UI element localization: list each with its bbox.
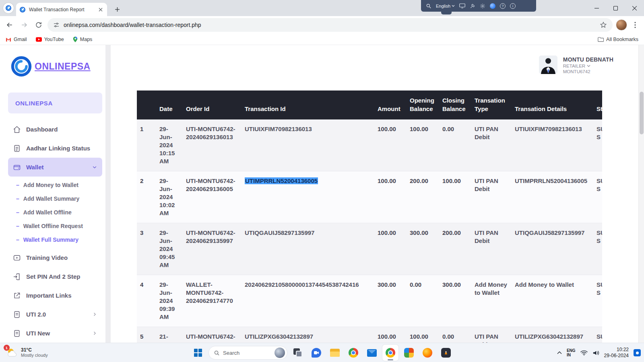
floating-widget-icon[interactable] [3, 3, 14, 13]
header-transaction-id: Transaction Id [242, 90, 374, 119]
cell-closing-balance: 300.00 [439, 275, 471, 327]
firefox-icon[interactable] [419, 345, 436, 361]
browser-profile-avatar[interactable] [616, 19, 627, 31]
transactions-table-container: Date Order Id Transaction Id Amount Open… [137, 90, 602, 343]
reload-button[interactable] [33, 19, 44, 31]
cell-order-id: UTI-MONTU6742-20240629135997 [183, 223, 242, 275]
start-button[interactable] [190, 345, 206, 361]
assistant-sphere-icon[interactable] [490, 3, 495, 9]
youtube-icon [36, 37, 42, 42]
weather-meta: 31°C Mostly cloudy [21, 348, 48, 358]
sidebar-item-uti-new[interactable]: UTI New [8, 324, 102, 343]
system-tray: ENG IN 10:22 29-06-2024 [557, 345, 641, 361]
cell-closing-balance: 200.00 [439, 223, 471, 275]
browser-tab[interactable]: Wallet Transaction Report [16, 3, 107, 16]
volume-icon[interactable] [592, 350, 599, 356]
maps-pin-icon [73, 37, 78, 42]
brand-logo[interactable]: ONLINEPSA [10, 56, 91, 77]
cell-status: SUCCESS [593, 119, 602, 171]
submenu-label: Wallet Offline Request [23, 223, 83, 229]
cell-opening-balance: 300.00 [407, 223, 439, 275]
back-button[interactable] [4, 19, 15, 31]
cell-closing-balance: 100.00 [439, 171, 471, 223]
settings-gear-icon[interactable] [480, 3, 485, 9]
forward-button[interactable] [19, 19, 30, 31]
wifi-icon[interactable] [580, 350, 588, 356]
monitor-icon[interactable] [459, 3, 465, 8]
teams-chat-icon[interactable] [308, 345, 324, 361]
sidebar-item-important-links[interactable]: Important Links [8, 286, 102, 305]
chevron-down-icon [452, 5, 455, 7]
search-highlight-image[interactable] [275, 348, 285, 358]
pick-search-icon[interactable] [426, 3, 431, 9]
cell-transaction-id: 2024062921058000001374454538742416 [242, 275, 374, 327]
bookmark-gmail[interactable]: Gmail [6, 37, 27, 42]
sidebar-item-dashboard[interactable]: Dashboard [8, 120, 102, 139]
site-settings-icon[interactable] [53, 22, 60, 28]
notification-bell-badge[interactable] [634, 349, 641, 356]
bookmark-maps[interactable]: Maps [73, 37, 93, 42]
tray-chevron-up-icon[interactable] [557, 351, 562, 354]
submenu-label: Add Money to Wallet [23, 182, 78, 188]
document-icon [13, 311, 21, 319]
cell-date: 29-Jun-2024 10:15 AM [156, 119, 183, 171]
user-box[interactable]: MONTU DEBNATH RETAILER MONTU6742 [539, 56, 613, 74]
sidebar-item-training-video[interactable]: Training Video [8, 248, 102, 267]
main-content: MONTU DEBNATH RETAILER MONTU6742 [111, 45, 644, 343]
header-transation-type: Transation Type [471, 90, 512, 119]
photos-app-icon[interactable] [401, 345, 417, 361]
help-icon[interactable]: ? [500, 3, 506, 9]
browser-address-bar: onlinepsa.com/dashboard/wallet-transacti… [0, 16, 644, 34]
bookmark-youtube[interactable]: YouTube [36, 37, 64, 42]
submenu-wallet-full-summary[interactable]: Wallet Full Summary [10, 233, 102, 247]
cell-order-id: UTI-MONTU6742-20240629136013 [183, 119, 242, 171]
media-player-icon[interactable] [438, 345, 454, 361]
tool-icon[interactable] [470, 3, 475, 9]
language-selector[interactable]: English [436, 4, 455, 8]
sidebar-scrollbar[interactable] [105, 45, 111, 343]
tab-close-icon[interactable] [97, 6, 104, 13]
sidebar-item-label: Important Links [26, 292, 97, 299]
submenu-add-wallet-offline[interactable]: Add Wallet Offline [10, 206, 102, 219]
cell-closing-balance: 0.00 [439, 119, 471, 171]
taskbar-clock[interactable]: 10:22 29-06-2024 [604, 347, 629, 359]
taskbar-search-box[interactable]: Search [208, 346, 287, 360]
search-placeholder: Search [223, 350, 271, 356]
sidebar-item-aadhar-linking-status[interactable]: Aadhar Linking Status [8, 139, 102, 158]
page-scrollbar-thumb[interactable] [640, 92, 644, 134]
cell-sno: 1 [137, 119, 156, 171]
table-header-row: Date Order Id Transaction Id Amount Open… [137, 90, 602, 119]
submenu-wallet-offline-request[interactable]: Wallet Offline Request [10, 219, 102, 233]
page-scrollbar[interactable] [638, 45, 644, 343]
task-view-button[interactable] [290, 345, 306, 361]
submenu-add-money-to-wallet[interactable]: Add Money to Wallet [10, 178, 102, 192]
chrome-icon[interactable] [345, 345, 361, 361]
window-close-button[interactable] [625, 0, 644, 16]
submenu-add-wallet-summary[interactable]: Add Wallet Summary [10, 192, 102, 206]
url-field[interactable]: onlinepsa.com/dashboard/wallet-transacti… [47, 18, 613, 32]
file-explorer-icon[interactable] [327, 345, 343, 361]
info-icon[interactable]: i [510, 3, 516, 9]
browser-menu-icon[interactable] [630, 19, 640, 31]
brand-name[interactable]: ONLINEPSA [35, 61, 91, 72]
new-tab-button[interactable] [112, 4, 122, 14]
sidebar-item-set-pin[interactable]: Set PIN And 2 Step [8, 267, 102, 286]
user-avatar[interactable] [539, 56, 557, 74]
user-code: MONTU6742 [563, 69, 613, 74]
url-text[interactable]: onlinepsa.com/dashboard/wallet-transacti… [64, 22, 596, 28]
language-indicator[interactable]: ENG IN [567, 348, 576, 357]
sidebar-item-wallet[interactable]: Wallet [8, 158, 102, 177]
bookmark-star-icon[interactable] [600, 21, 607, 29]
window-maximize-button[interactable] [606, 0, 625, 16]
external-link-icon [13, 292, 21, 300]
window-minimize-button[interactable] [587, 0, 606, 16]
all-bookmarks-button[interactable]: All Bookmarks [598, 37, 638, 42]
chrome-active-icon[interactable] [382, 345, 398, 361]
sidebar-item-uti-20[interactable]: UTI 2.0 [8, 305, 102, 324]
clock-date: 29-06-2024 [604, 353, 629, 359]
sidebar-section-label[interactable]: ONLINEPSA [8, 93, 102, 113]
user-role-dropdown[interactable]: RETAILER [563, 64, 613, 68]
weather-widget[interactable]: 1 31°C Mostly cloudy [4, 345, 50, 360]
gmail-icon [6, 37, 11, 42]
mail-icon[interactable] [364, 345, 380, 361]
